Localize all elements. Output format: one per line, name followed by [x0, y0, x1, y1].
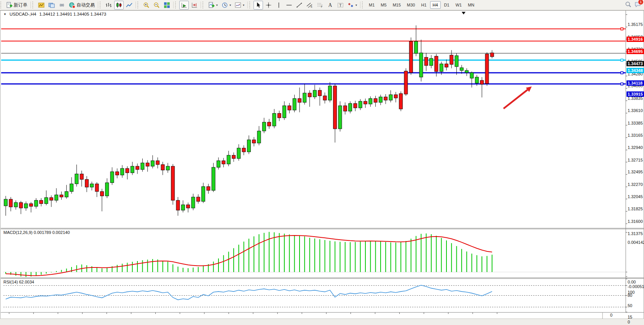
indicators-icon — [208, 2, 215, 8]
tile-icon — [164, 2, 170, 8]
crosshair-icon — [265, 2, 272, 8]
signals-icon — [59, 2, 65, 8]
chart-shift-button[interactable] — [190, 1, 199, 10]
price-axis-tick: 1.33610 — [628, 108, 643, 113]
arrows-button[interactable]: ▾ — [346, 1, 359, 10]
price-axis-tick: 1.31375 — [628, 231, 643, 236]
templates-button[interactable]: ▾ — [233, 1, 246, 10]
price-line-label-1.34348: 1.34348 — [626, 68, 644, 73]
bars-chart-button[interactable] — [104, 1, 113, 10]
price-chart-canvas[interactable] — [0, 11, 644, 325]
hline-1.34118[interactable] — [1, 72, 626, 74]
macd-indicator-label: MACD(12,26,9) 0.001789 0.002140 — [3, 230, 70, 235]
hline-1.34348[interactable] — [1, 59, 626, 61]
label-icon: T — [337, 2, 344, 8]
cursor-icon — [255, 2, 261, 8]
main-toolbar: 新订单自动交易▾▾▾EFAT▾M1M5M15M30H1H4D1W1MN1 — [0, 0, 644, 10]
vline-icon — [276, 2, 282, 8]
rsi-line — [6, 285, 492, 300]
timeframe-h1-button[interactable]: H1 — [418, 1, 429, 9]
equidistant-channel-button[interactable]: E — [305, 1, 314, 10]
timeframe-h4-button[interactable]: H4 — [430, 1, 441, 9]
price-axis-tick: 1.32495 — [628, 170, 643, 174]
zoom-in-button[interactable] — [142, 1, 151, 10]
annotation-arrow[interactable] — [504, 86, 532, 109]
macd-axis-tick: -0.000511 — [628, 284, 644, 289]
candlestick-chart-button[interactable] — [114, 1, 124, 10]
zoom-in-icon — [143, 2, 150, 8]
toolbar-separator — [135, 2, 136, 8]
price-axis-tick: 1.32045 — [628, 194, 643, 199]
price-line-label-1.33915: 1.33915 — [626, 91, 644, 97]
svg-text:F: F — [321, 5, 322, 8]
rsi-pane — [3, 279, 627, 312]
price-axis-tick: 1.32715 — [628, 158, 643, 162]
toolbar-grip — [175, 2, 178, 8]
chart-collapse-icon[interactable]: ▼ — [3, 13, 6, 16]
chart-window[interactable]: ▼ USDCAD-,H4 1.34412 1.34491 1.34405 1.3… — [0, 10, 644, 325]
bars-icon — [105, 2, 112, 8]
price-axis-tick: 1.31600 — [628, 219, 643, 224]
toolbar-separator — [201, 2, 201, 8]
signals-button[interactable] — [57, 1, 67, 10]
profiles-button[interactable] — [47, 1, 56, 10]
search-icon — [625, 1, 631, 8]
macd-axis-tick: 0.004142 — [628, 240, 644, 245]
autotrading-icon — [69, 2, 75, 8]
price-axis-tick: 1.33165 — [628, 133, 643, 138]
time-axis-corner-zero: 0 — [610, 313, 612, 317]
autotrading-button[interactable]: 自动交易 — [67, 1, 96, 10]
fibo-icon: F — [317, 2, 323, 8]
hline-1.33915[interactable] — [1, 83, 626, 85]
pane-frames — [1, 11, 644, 319]
trendline-button[interactable] — [295, 1, 304, 10]
timeframe-d1-button[interactable]: D1 — [442, 1, 452, 9]
timeframe-m15-button[interactable]: M15 — [390, 1, 403, 9]
new-order-button[interactable]: 新订单 — [5, 1, 29, 10]
vertical-line-button[interactable] — [274, 1, 284, 10]
timeframe-m30-button[interactable]: M30 — [404, 1, 418, 9]
cursor-button[interactable] — [253, 1, 263, 10]
horizontal-line-button[interactable] — [284, 1, 294, 10]
search-button[interactable] — [625, 1, 631, 9]
zoom-out-button[interactable] — [152, 1, 161, 10]
hline-1.34916[interactable] — [1, 28, 626, 30]
indicators-button[interactable]: ▾ — [207, 1, 219, 10]
rsi-axis-tick: 15 — [628, 315, 632, 319]
price-line-label-1.34473: 1.34473 — [626, 61, 644, 66]
toolbar-grip — [32, 2, 35, 8]
candles-series — [4, 26, 494, 216]
hline-icon — [286, 2, 292, 8]
toolbar-grip — [137, 2, 140, 8]
chart-title-ohlc: 1.34412 1.34491 1.34405 1.34473 — [39, 12, 106, 16]
autoscroll-button[interactable] — [179, 1, 189, 10]
timeframe-mn-button[interactable]: MN — [465, 1, 477, 9]
autoscroll-icon — [181, 2, 187, 8]
crosshair-button[interactable] — [264, 1, 273, 10]
price-line-label-1.34118: 1.34118 — [626, 80, 644, 86]
text-icon: A — [327, 2, 333, 8]
shift-icon — [191, 2, 198, 8]
notifications-button[interactable]: 1 — [634, 1, 641, 9]
line-chart-button[interactable] — [124, 1, 134, 10]
text-button[interactable]: A — [325, 1, 335, 10]
timeframe-m5-button[interactable]: M5 — [378, 1, 389, 9]
profiles-icon — [48, 2, 55, 8]
timeframe-w1-button[interactable]: W1 — [453, 1, 465, 9]
template-icon — [235, 2, 241, 8]
trendline-icon — [296, 2, 303, 8]
arrows-icon — [348, 2, 354, 8]
periods-button[interactable]: ▾ — [220, 1, 233, 10]
timeframe-m1-button[interactable]: M1 — [366, 1, 377, 9]
toolbar-separator — [173, 2, 174, 8]
macd-pane — [3, 232, 627, 277]
price-line-label-1.34695: 1.34695 — [626, 49, 644, 54]
tile-windows-button[interactable] — [162, 1, 172, 10]
new-chart-button[interactable] — [37, 1, 46, 10]
chart-title-symbol: USDCAD-,H4 — [10, 12, 36, 16]
fibonacci-button[interactable]: F — [315, 1, 325, 10]
toolbar-separator — [30, 2, 31, 8]
chart-shift-marker[interactable] — [462, 12, 465, 14]
text-label-button[interactable]: T — [336, 1, 345, 10]
periods-icon — [222, 2, 228, 8]
